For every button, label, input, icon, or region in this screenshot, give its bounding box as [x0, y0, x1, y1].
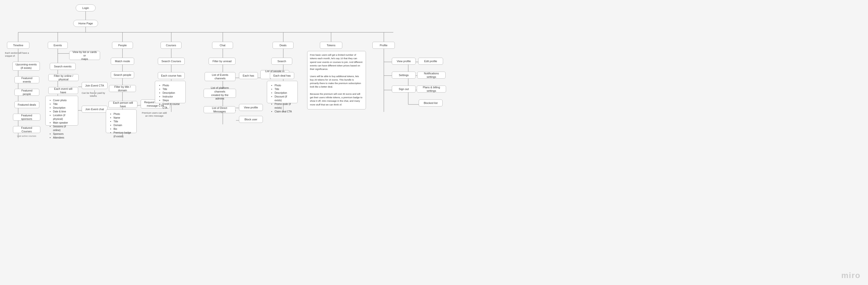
courses-label: Courses [166, 43, 176, 47]
event-details-list: Cover photoTitleDescriptionDate & time L… [48, 98, 75, 141]
notifications-settings-label: Notifications settings [420, 72, 443, 79]
search-events-label: Search events [54, 65, 71, 68]
tokens-node: Tokens [320, 42, 342, 49]
profile-label: Profile [380, 43, 387, 47]
notifications-settings-node: Notifications settings [417, 72, 445, 79]
each-deal-has-node: Each deal has [270, 72, 294, 79]
login-node: Login [76, 4, 96, 11]
filter-title-domain-label: Filter by title / domain [112, 85, 133, 92]
each-course-has-label: Each course has [161, 74, 182, 77]
each-has-label: Each has [243, 74, 254, 77]
edit-profile-node: Edit profile [418, 58, 443, 65]
settings-label: Settings [399, 73, 409, 77]
blocked-list-label: Blocked list [424, 101, 438, 105]
settings-node: Settings [392, 72, 416, 79]
filter-online-node: Filter by online / physical [48, 74, 79, 81]
search-people-label: Search people [114, 73, 131, 77]
tokens-label: Tokens [327, 43, 336, 47]
timeline-sub-label: Each section will have a snippet of: [2, 51, 35, 59]
upcoming-events-label: Upcoming events (if exists) [16, 63, 37, 70]
timeline-label: Timeline [13, 43, 23, 47]
filter-title-domain-node: Filter by title / domain [109, 85, 136, 92]
homepage-label: Home Page [79, 22, 93, 25]
view-profile-chat-label: View profile [244, 106, 258, 109]
each-deal-has-label: Each deal has [273, 74, 291, 77]
events-node: Events [48, 42, 68, 49]
sign-out-node: Sign out [392, 85, 416, 93]
events-label: Events [54, 43, 62, 47]
join-event-chat-label: Join Event chat [85, 107, 104, 111]
can-be-free-label: Can be free or paid by tokens [77, 90, 110, 99]
featured-deals-label: Featured deals [18, 103, 36, 106]
filter-unread-label: Filter by unread [213, 60, 231, 63]
deals-label: Deals [280, 43, 286, 47]
deals-node: Deals [273, 42, 293, 49]
featured-people-node: Featured people [14, 89, 39, 96]
filter-unread-node: Filter by unread [209, 58, 236, 65]
people-label: People [118, 43, 127, 47]
view-list-cards-label: View by list or cards or maps [72, 50, 97, 61]
search-courses-node: Search Courses [158, 58, 185, 65]
login-label: Login [83, 6, 89, 10]
list-platform-channels-node: List of platform channels created by the… [204, 89, 236, 98]
view-list-cards-node: View by list or cards or maps [69, 51, 100, 60]
people-node: People [112, 42, 133, 49]
list-events-channels-label: List of Events channels [207, 73, 233, 80]
search-courses-label: Search Courses [161, 60, 181, 63]
view-profile-chat-node: View profile [239, 104, 263, 111]
chat-label: Chat [220, 43, 225, 47]
person-details-list: PhotoNameTitleDomainBio Premium badge (i… [108, 111, 134, 139]
each-course-has-node: Each course has [158, 72, 185, 79]
each-person-node: Each person will have [108, 101, 137, 108]
upcoming-events-node: Upcoming events (if exists) [12, 62, 40, 71]
miro-logo: miro [841, 271, 861, 280]
join-event-cta-node: Join Event CTA [82, 82, 107, 89]
search-events-node: Search events [50, 63, 76, 70]
list-events-channels-node: List of Events channels [205, 72, 236, 81]
search-deals-node: Search [271, 58, 292, 65]
each-person-label: Each person will have [111, 101, 135, 108]
featured-courses-node: Featured Courses [13, 126, 40, 133]
chat-node: Chat [212, 42, 233, 49]
blocked-list-node: Blocked list [419, 100, 442, 106]
view-profile-node: View profile [392, 58, 416, 65]
course-details-node: PhotoTitleDescriptionInstructor StepsEnr… [155, 81, 186, 103]
join-event-cta-label: Join Event CTA [85, 84, 104, 87]
featured-events-node: Featured events [14, 76, 39, 83]
featured-sponsors-label: Featured sponsors [16, 114, 38, 121]
join-event-chat-node: Join Event chat [82, 106, 107, 113]
match-mode-node: Match mode [111, 58, 134, 65]
list-platform-channels-label: List of platform channels created by the… [206, 86, 233, 100]
tokens-text-content: Free basic users will get a limited numb… [310, 53, 363, 106]
block-user-node: Block user [239, 116, 263, 123]
sign-out-label: Sign out [399, 87, 409, 91]
deal-details-node: PhotoTitleDescription Discount (if exist… [267, 81, 298, 103]
search-people-node: Search people [111, 71, 134, 78]
list-direct-messages-node: List of Direct Messages [204, 106, 236, 113]
plans-billing-label: Plans & billing settings [420, 85, 443, 93]
plans-billing-node: Plans & billing settings [417, 85, 446, 93]
search-deals-label: Search [278, 60, 286, 63]
edit-profile-label: Edit profile [424, 60, 437, 63]
deal-details-list: PhotoTitleDescription Discount (if exist… [270, 82, 295, 114]
featured-deals-node: Featured deals [14, 101, 39, 108]
list-direct-messages-label: List of Direct Messages [206, 106, 233, 113]
featured-courses-label: Featured Courses [16, 126, 38, 133]
person-details-node: PhotoNameTitleDomainBio Premium badge (i… [106, 109, 137, 133]
courses-node: Courses [160, 42, 182, 49]
featured-events-label: Featured events [17, 76, 37, 83]
timeline-node: Timeline [7, 42, 29, 49]
featured-people-label: Featured people [17, 89, 37, 96]
profile-node: Profile [372, 42, 395, 49]
homepage-node: Home Page [73, 20, 98, 27]
view-profile-label: View profile [397, 60, 411, 63]
block-user-label: Block user [244, 118, 257, 121]
each-event-will-node: Each event will have [48, 87, 78, 94]
last-active-label: Last active courses [13, 134, 40, 139]
event-details-node: Cover photoTitleDescriptionDate & time L… [45, 96, 78, 126]
tokens-text-node: Free basic users will get a limited numb… [307, 51, 366, 109]
each-has-node: Each has [239, 72, 258, 79]
match-mode-label: Match mode [115, 60, 130, 63]
featured-sponsors-node: Featured sponsors [13, 114, 40, 120]
premium-intro-label: Premium users can add an intro message [138, 110, 170, 119]
